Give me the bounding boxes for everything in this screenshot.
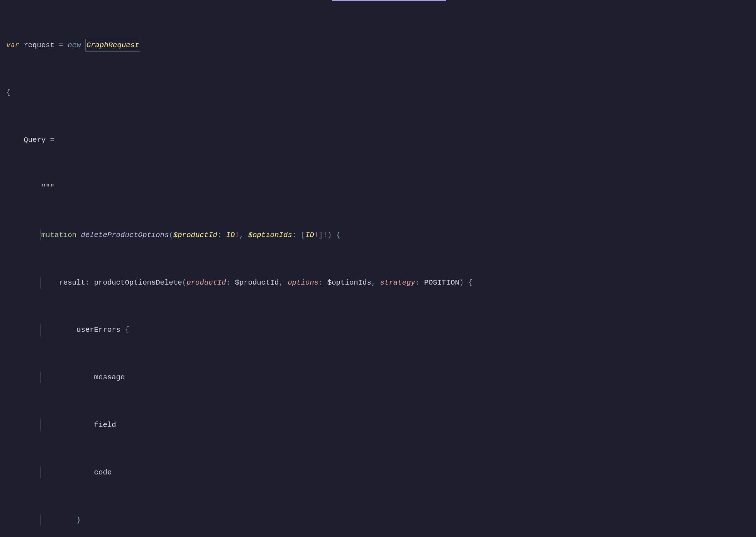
comma: , [279,277,283,289]
paren-close: ) [459,277,463,289]
type-name: GraphRequest [85,39,141,51]
gql-arg: productId [186,277,226,289]
gql-field: code [94,467,112,478]
code-line[interactable]: field [5,419,756,431]
gql-field: userErrors [77,324,121,336]
paren-open: ( [169,229,173,241]
paren-open: ( [182,277,186,289]
brace-open: { [6,87,10,98]
code-line[interactable]: userErrors { [5,324,756,336]
colon: : [226,277,230,289]
colon: : [217,229,222,241]
gql-alias: result [59,277,85,289]
code-line[interactable]: { [5,87,756,98]
comma: , [371,277,375,289]
code-line[interactable]: } [5,514,756,526]
gql-var: $optionIds [248,229,292,241]
code-editor[interactable]: var request = new GraphRequest { Query =… [0,0,756,537]
gql-arg: strategy [380,277,415,289]
code-line[interactable]: result: productOptionsDelete(productId: … [5,277,756,289]
colon: : [319,277,323,289]
comma: , [239,229,244,241]
gql-enum: POSITION [424,277,459,289]
colon: : [85,277,89,289]
property-name: Query [24,134,46,146]
gql-type: ID [226,229,235,241]
bang: ! [314,229,318,241]
colon: : [292,229,296,241]
code-content[interactable]: var request = new GraphRequest { Query =… [5,0,756,537]
colon: : [415,277,419,289]
brace-open: { [336,229,340,241]
gql-field: field [94,419,116,431]
bracket-close: ] [319,229,323,241]
operator-equals: = [50,134,54,146]
code-line[interactable]: code [5,467,756,478]
paren-close: ) [327,229,332,241]
brace-close: } [77,514,81,526]
string-quotes: """ [41,182,54,193]
brace-open: { [125,324,129,336]
gql-arg: options [288,277,318,289]
code-line[interactable]: mutation deleteProductOptions($productId… [5,229,756,241]
bang: ! [323,229,327,241]
brace-open: { [468,277,472,289]
bang: ! [235,229,239,241]
gql-field: message [94,371,125,383]
keyword-var: var [6,39,19,51]
gql-mutation-keyword: mutation [41,229,76,241]
code-line[interactable]: message [5,371,756,383]
identifier: request [24,39,54,51]
editor-gutter [0,0,5,537]
code-line[interactable]: """ [5,182,756,193]
operator-equals: = [59,39,63,51]
gql-type: ID [305,229,314,241]
gql-field: productOptionsDelete [94,277,182,289]
code-line[interactable]: var request = new GraphRequest [5,39,756,51]
gql-var-ref: $productId [235,277,279,289]
bracket-open: [ [301,229,305,241]
gql-var-ref: $optionIds [327,277,371,289]
gql-mutation-name: deleteProductOptions [81,229,169,241]
gql-var: $productId [173,229,217,241]
code-line[interactable]: Query = [5,134,756,146]
keyword-new: new [68,39,81,51]
